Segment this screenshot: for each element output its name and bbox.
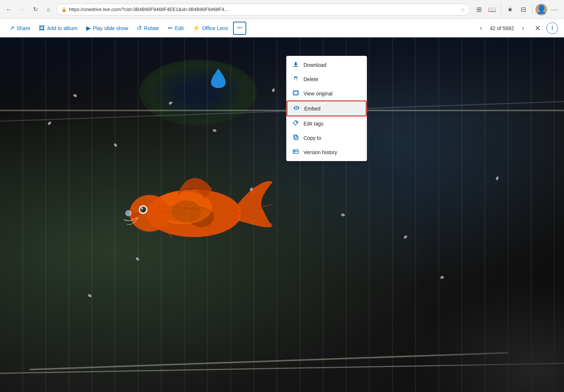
play-slide-show-label: Play slide show: [93, 25, 128, 31]
bottom-right-shadow: [417, 282, 564, 392]
office-lens-button[interactable]: ⚡ Office Lens: [189, 22, 232, 34]
next-button[interactable]: ›: [517, 22, 529, 34]
delete-icon: [292, 76, 299, 83]
back-button[interactable]: ←: [4, 4, 14, 15]
rotate-label: Rotate: [144, 25, 159, 31]
add-to-album-label: Add to album: [47, 25, 77, 31]
menu-item-delete[interactable]: Delete: [287, 72, 367, 86]
browser-chrome: ← → ↻ ⌂ 🔒 https://onedrive.live.com/?cid…: [0, 0, 564, 19]
share-icon: ↗: [10, 25, 14, 32]
office-lens-label: Office Lens: [202, 25, 228, 31]
version-history-label: Version history: [303, 149, 337, 155]
edit-button[interactable]: ✏ Edit: [164, 22, 188, 34]
water-drop-icon: [209, 67, 228, 89]
lock-icon: 🔒: [61, 7, 67, 12]
avatar-image: 👤: [536, 5, 546, 14]
edit-label: Edit: [175, 25, 184, 31]
svg-rect-11: [294, 66, 298, 67]
edit-tags-label: Edit tags: [303, 121, 323, 127]
menu-item-download[interactable]: Download: [287, 58, 367, 72]
view-original-icon: [292, 90, 299, 97]
separator: [501, 5, 501, 14]
copy-to-label: Copy to: [303, 135, 321, 141]
collections-icon[interactable]: ⊟: [517, 4, 529, 15]
photo-display: [0, 37, 564, 392]
browser-actions: ⊞ 📖 ★ ⊟ 👤 ⋯: [473, 4, 560, 15]
url-text: https://onedrive.live.com/?cid=3B4B90F94…: [69, 7, 458, 12]
goldfish: [120, 156, 274, 259]
star-icon: ☆: [461, 7, 465, 12]
add-to-album-icon: 🖼: [39, 25, 45, 32]
svg-rect-15: [295, 136, 298, 140]
copy-to-icon: [292, 134, 299, 141]
office-lens-icon: ⚡: [193, 25, 200, 32]
rotate-icon: ↺: [137, 25, 142, 32]
home-button[interactable]: ⌂: [43, 4, 54, 15]
favorites-icon[interactable]: ★: [504, 4, 516, 15]
main-image-area: Download Delete View original: [0, 37, 564, 392]
add-to-album-button[interactable]: 🖼 Add to album: [35, 23, 81, 34]
svg-rect-13: [294, 91, 298, 94]
address-bar[interactable]: 🔒 https://onedrive.live.com/?cid=3B4B90F…: [57, 4, 470, 15]
separator2: [532, 5, 532, 14]
download-label: Download: [303, 62, 326, 68]
menu-item-copy-to[interactable]: Copy to: [287, 131, 367, 145]
more-icon: ···: [237, 24, 243, 32]
download-icon: [292, 61, 299, 68]
forward-button[interactable]: →: [17, 4, 27, 15]
rotate-button[interactable]: ↺ Rotate: [133, 22, 163, 34]
share-button[interactable]: ↗ Share: [6, 22, 34, 34]
reader-icon[interactable]: 📖: [486, 4, 498, 15]
previous-button[interactable]: ‹: [475, 22, 487, 34]
view-original-label: View original: [303, 91, 332, 97]
svg-point-14: [296, 121, 298, 123]
play-slide-show-button[interactable]: ▶ Play slide show: [83, 22, 132, 34]
svg-point-8: [141, 207, 143, 210]
delete-label: Delete: [303, 76, 318, 82]
version-history-icon: [292, 149, 299, 156]
edit-tags-icon: [292, 120, 299, 127]
menu-item-edit-tags[interactable]: Edit tags: [287, 116, 367, 131]
svg-rect-17: [293, 150, 298, 153]
svg-point-10: [125, 210, 131, 216]
menu-item-embed[interactable]: Embed: [287, 101, 367, 116]
pipe-top: [0, 110, 564, 111]
embed-label: Embed: [304, 106, 320, 112]
share-label: Share: [17, 25, 30, 31]
toolbar: ↗ Share 🖼 Add to album ▶ Play slide show…: [0, 19, 564, 37]
play-icon: ▶: [86, 25, 91, 32]
toolbar-right: ‹ 42 of 5682 › ✕ i: [475, 22, 558, 34]
edit-icon: ✏: [168, 25, 173, 32]
svg-point-7: [140, 207, 146, 213]
extensions-icon[interactable]: ⊞: [473, 4, 485, 15]
info-button[interactable]: i: [546, 22, 558, 34]
browser-menu-button[interactable]: ⋯: [549, 4, 560, 15]
close-button[interactable]: ✕: [532, 22, 543, 34]
menu-item-version-history[interactable]: Version history: [287, 145, 367, 159]
embed-icon: [293, 105, 300, 112]
context-menu: Download Delete View original: [286, 56, 367, 161]
page-count: 42 of 5682: [490, 25, 514, 31]
menu-item-view-original[interactable]: View original: [287, 86, 367, 101]
refresh-button[interactable]: ↻: [30, 4, 40, 15]
more-button[interactable]: ···: [233, 22, 246, 35]
user-avatar[interactable]: 👤: [535, 4, 547, 15]
